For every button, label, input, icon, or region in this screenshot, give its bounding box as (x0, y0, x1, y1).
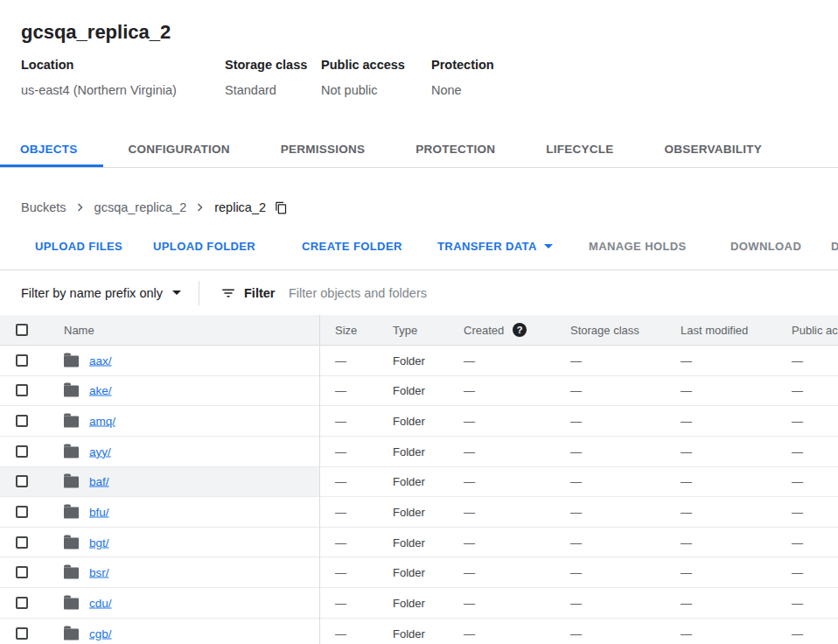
upload-folder-button[interactable]: UPLOAD FOLDER (146, 230, 262, 262)
row-checkbox[interactable] (16, 536, 28, 549)
row-checkbox[interactable] (16, 475, 28, 487)
cell-created: — (464, 536, 475, 549)
folder-icon (64, 355, 79, 367)
cell-last-modified: — (681, 506, 692, 519)
meta-value: Standard (225, 83, 312, 97)
cell-public-access: — (792, 566, 803, 579)
folder-link[interactable]: baf/ (89, 475, 109, 488)
column-header-size: Size (335, 324, 357, 337)
cell-size: — (335, 626, 346, 640)
cell-public-access: — (792, 384, 803, 397)
cell-created: — (464, 415, 475, 428)
create-folder-button[interactable]: CREATE FOLDER (295, 230, 409, 262)
column-header-created: Created (464, 324, 504, 337)
meta-protection: Protection None (431, 58, 503, 97)
row-checkbox[interactable] (16, 627, 28, 640)
cell-storage-class: — (570, 384, 582, 397)
cell-storage-class: — (570, 566, 582, 579)
table-row: baf/ — Folder — — — — (0, 467, 838, 498)
row-checkbox[interactable] (16, 384, 28, 396)
copy-path-button[interactable] (275, 201, 288, 214)
cell-created: — (464, 506, 475, 519)
row-checkbox[interactable] (16, 445, 28, 458)
meta-label: Storage class (225, 58, 312, 72)
folder-link[interactable]: ake/ (89, 384, 112, 397)
tab-configuration[interactable]: CONFIGURATION (103, 131, 255, 167)
row-checkbox[interactable] (16, 566, 28, 578)
select-all-checkbox[interactable] (16, 324, 28, 336)
cell-type: Folder (393, 384, 425, 397)
help-icon[interactable]: ? (513, 323, 527, 337)
cell-last-modified: — (681, 475, 692, 488)
bucket-meta: Location us-east4 (Northern Virginia) St… (21, 58, 503, 97)
cell-last-modified: — (681, 444, 692, 458)
breadcrumb: Buckets gcsqa_replica_2 replica_2 (21, 198, 288, 217)
folder-link[interactable]: bgt/ (89, 536, 109, 549)
cell-created: — (464, 626, 475, 640)
table-row: bgt/ — Folder — — — — (0, 528, 838, 558)
tab-protection[interactable]: PROTECTION (390, 131, 520, 167)
row-checkbox[interactable] (16, 415, 28, 427)
cell-storage-class: — (570, 626, 582, 640)
folder-link[interactable]: aax/ (89, 354, 112, 367)
transfer-data-label: TRANSFER DATA (437, 240, 537, 253)
cell-storage-class: — (570, 506, 582, 519)
upload-files-button[interactable]: UPLOAD FILES (28, 230, 129, 262)
cell-created: — (464, 475, 475, 488)
column-header-storage-class: Storage class (570, 324, 639, 337)
cell-size: — (335, 566, 346, 579)
meta-value: Not public (321, 83, 422, 97)
folder-link[interactable]: bfu/ (89, 506, 109, 519)
cell-public-access: — (792, 626, 803, 640)
download-button: DOWNLOAD (723, 230, 808, 262)
arrow-drop-down-icon (544, 244, 553, 248)
meta-value: None (431, 83, 494, 97)
transfer-data-button[interactable]: TRANSFER DATA (430, 230, 560, 262)
cell-storage-class: — (570, 444, 582, 458)
tab-permissions[interactable]: PERMISSIONS (255, 131, 391, 167)
filter-mode-dropdown[interactable]: Filter by name prefix only (21, 286, 181, 300)
cell-type: Folder (393, 475, 425, 488)
filter-objects-input[interactable] (289, 270, 814, 315)
folder-icon (64, 446, 79, 458)
cell-size: — (335, 536, 346, 549)
cell-public-access: — (792, 506, 803, 519)
chevron-right-icon (192, 200, 208, 215)
cell-size: — (335, 384, 346, 397)
filter-list-icon (220, 285, 236, 301)
folder-link[interactable]: ayy/ (89, 444, 111, 458)
objects-table: Name Size Type Created ? Storage class L… (0, 315, 838, 644)
breadcrumb-bucket-name[interactable]: gcsqa_replica_2 (94, 200, 187, 214)
table-row: amq/ — Folder — — — — (0, 406, 838, 437)
folder-icon (64, 628, 79, 640)
folder-icon (64, 537, 79, 549)
tab-lifecycle[interactable]: LIFECYCLE (520, 131, 639, 167)
folder-link[interactable]: cdu/ (89, 596, 112, 609)
folder-link[interactable]: bsr/ (89, 566, 109, 579)
cell-type: Folder (393, 444, 425, 458)
folder-link[interactable]: cgb/ (89, 626, 112, 640)
cell-size: — (335, 475, 346, 488)
table-row: cgb/ — Folder — — — — (0, 619, 838, 644)
gcs-bucket-details-page: gcsqa_replica_2 Location us-east4 (North… (0, 0, 838, 644)
cell-type: Folder (393, 596, 425, 609)
folder-link[interactable]: amq/ (89, 415, 115, 428)
folder-icon (64, 508, 79, 519)
cell-storage-class: — (570, 354, 582, 367)
folder-icon (64, 477, 79, 488)
cell-created: — (464, 596, 475, 609)
cell-last-modified: — (681, 596, 692, 609)
row-checkbox[interactable] (16, 354, 28, 367)
cell-last-modified: — (681, 354, 692, 367)
cell-type: Folder (393, 566, 425, 579)
page-title: gcsqa_replica_2 (21, 21, 171, 44)
row-checkbox[interactable] (16, 506, 28, 518)
tab-observability[interactable]: OBSERVABILITY (639, 131, 788, 167)
cell-last-modified: — (681, 384, 692, 397)
tab-objects[interactable]: OBJECTS (0, 131, 103, 167)
row-checkbox[interactable] (16, 597, 28, 609)
meta-label: Protection (431, 58, 494, 72)
breadcrumb-buckets[interactable]: Buckets (21, 200, 66, 214)
cell-storage-class: — (570, 475, 582, 488)
filter-label: Filter (244, 286, 275, 300)
